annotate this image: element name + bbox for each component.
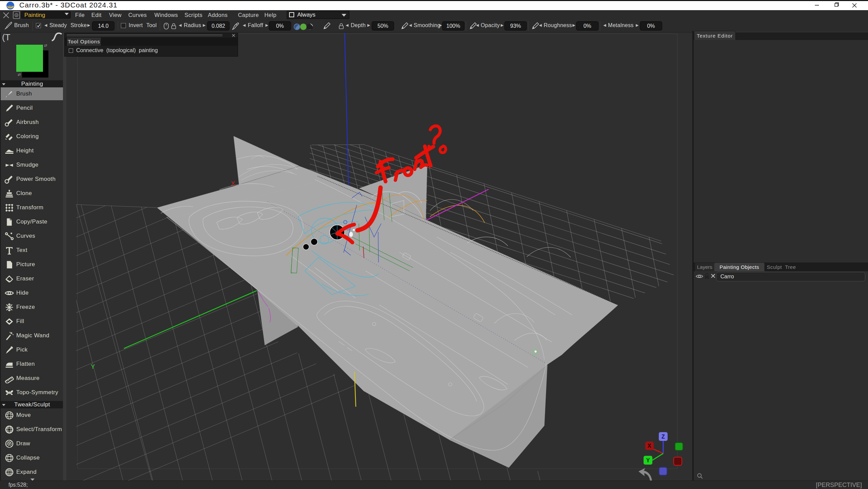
svg-text:Z: Z [661,434,665,440]
svg-text:Y: Y [646,458,650,463]
svg-text:X: X [648,443,651,449]
svg-text:Y: Y [91,363,95,370]
svg-text:X: X [231,180,235,187]
